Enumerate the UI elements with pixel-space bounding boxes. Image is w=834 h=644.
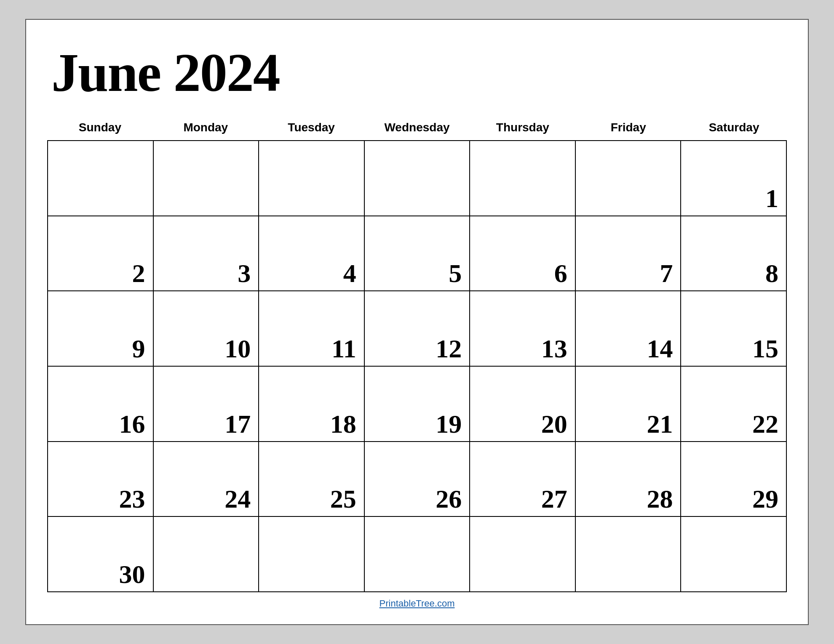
calendar-cell: 23 [48, 442, 154, 517]
day-number: 26 [436, 486, 462, 512]
day-number: 13 [541, 335, 567, 362]
day-number: 15 [752, 335, 778, 362]
calendar-cell: 30 [48, 517, 154, 592]
calendar-cell [365, 517, 470, 592]
day-number: 29 [752, 486, 778, 512]
day-header-tuesday: Tuesday [259, 117, 364, 138]
day-number: 20 [541, 411, 567, 437]
calendar-cell [259, 141, 365, 216]
day-number: 28 [647, 486, 673, 512]
day-header-friday: Friday [575, 117, 681, 138]
calendar-page: June 2024 SundayMondayTuesdayWednesdayTh… [25, 19, 809, 625]
day-number: 22 [752, 411, 778, 437]
calendar-header: June 2024 [47, 37, 787, 117]
calendar-cell: 1 [681, 141, 787, 216]
calendar-cell: 26 [365, 442, 470, 517]
day-number: 27 [541, 486, 567, 512]
day-number: 21 [647, 411, 673, 437]
calendar-cell: 12 [365, 291, 470, 367]
day-headers-row: SundayMondayTuesdayWednesdayThursdayFrid… [47, 117, 787, 138]
day-number: 16 [119, 411, 145, 437]
calendar-cell: 3 [154, 216, 259, 292]
printabletree-link[interactable]: PrintableTree.com [380, 598, 455, 609]
day-number: 2 [132, 260, 145, 286]
calendar-cell: 24 [154, 442, 259, 517]
day-number: 4 [343, 260, 356, 286]
day-number: 10 [225, 335, 251, 362]
calendar-cell: 2 [48, 216, 154, 292]
calendar-cell [365, 141, 470, 216]
calendar-cell [154, 517, 259, 592]
calendar-cell: 7 [576, 216, 682, 292]
day-number: 24 [225, 486, 251, 512]
day-header-sunday: Sunday [47, 117, 153, 138]
calendar-cell: 19 [365, 367, 470, 442]
calendar-cell: 20 [470, 367, 576, 442]
calendar-cell: 29 [681, 442, 787, 517]
calendar-cell: 28 [576, 442, 682, 517]
calendar-cell [48, 141, 154, 216]
calendar-cell [154, 141, 259, 216]
day-number: 8 [765, 260, 778, 286]
calendar-cell: 11 [259, 291, 365, 367]
calendar-cell [470, 517, 576, 592]
day-number: 11 [331, 335, 356, 362]
calendar-cell: 6 [470, 216, 576, 292]
day-number: 25 [330, 486, 356, 512]
day-number: 9 [132, 335, 145, 362]
calendar-cell: 21 [576, 367, 682, 442]
calendar-cell: 16 [48, 367, 154, 442]
calendar-cell: 4 [259, 216, 365, 292]
calendar-cell [681, 517, 787, 592]
calendar-cell: 25 [259, 442, 365, 517]
day-number: 5 [449, 260, 462, 286]
day-number: 19 [436, 411, 462, 437]
calendar-grid: 1234567891011121314151617181920212223242… [47, 140, 787, 592]
day-number: 14 [647, 335, 673, 362]
calendar-cell: 14 [576, 291, 682, 367]
calendar-container: SundayMondayTuesdayWednesdayThursdayFrid… [47, 117, 787, 592]
day-number: 30 [119, 561, 145, 587]
calendar-cell: 13 [470, 291, 576, 367]
day-number: 1 [765, 185, 778, 211]
day-header-monday: Monday [153, 117, 259, 138]
day-number: 23 [119, 486, 145, 512]
month-title: June 2024 [51, 45, 783, 100]
calendar-cell [470, 141, 576, 216]
calendar-cell: 8 [681, 216, 787, 292]
calendar-cell: 9 [48, 291, 154, 367]
calendar-cell: 5 [365, 216, 470, 292]
calendar-cell [576, 141, 682, 216]
day-header-saturday: Saturday [681, 117, 787, 138]
day-number: 12 [436, 335, 462, 362]
calendar-footer: PrintableTree.com [47, 592, 787, 612]
calendar-cell: 17 [154, 367, 259, 442]
calendar-cell: 22 [681, 367, 787, 442]
day-header-thursday: Thursday [470, 117, 575, 138]
day-number: 6 [554, 260, 567, 286]
day-number: 17 [225, 411, 251, 437]
day-header-wednesday: Wednesday [364, 117, 470, 138]
calendar-cell: 15 [681, 291, 787, 367]
calendar-cell [576, 517, 682, 592]
calendar-cell: 27 [470, 442, 576, 517]
calendar-cell: 10 [154, 291, 259, 367]
calendar-cell: 18 [259, 367, 365, 442]
day-number: 3 [238, 260, 251, 286]
day-number: 18 [330, 411, 356, 437]
calendar-cell [259, 517, 365, 592]
day-number: 7 [660, 260, 673, 286]
